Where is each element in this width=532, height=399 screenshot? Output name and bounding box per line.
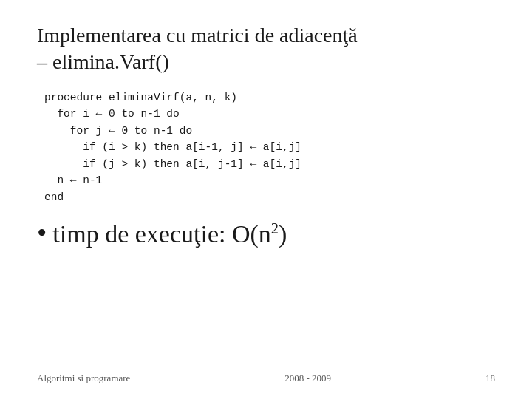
footer: Algoritmi si programare 2008 - 2009 18 bbox=[37, 366, 495, 384]
bullet-text: timp de execuţie: O(n2) bbox=[52, 220, 287, 248]
code-line-5: if (j > k) then a[i, j-1] ← a[i,j] bbox=[44, 156, 495, 172]
code-line-3: for j ← 0 to n-1 do bbox=[44, 123, 495, 139]
bullet-dot: • bbox=[37, 219, 47, 247]
footer-center: 2008 - 2009 bbox=[284, 372, 331, 384]
title-line2: – elimina.Varf() bbox=[37, 50, 169, 73]
slide-title: Implementarea cu matrici de adiacenţă – … bbox=[37, 22, 495, 76]
slide-container: Implementarea cu matrici de adiacenţă – … bbox=[0, 0, 532, 399]
code-line-7: end bbox=[44, 189, 495, 205]
code-line-4: if (i > k) then a[i-1, j] ← a[i,j] bbox=[44, 139, 495, 155]
title-section: Implementarea cu matrici de adiacenţă – … bbox=[37, 22, 495, 76]
footer-right: 18 bbox=[485, 372, 495, 384]
code-line-6: n ← n-1 bbox=[44, 172, 495, 188]
bullet-section: • timp de execuţie: O(n2) bbox=[37, 219, 495, 248]
code-line-1: procedure eliminaVirf(a, n, k) bbox=[44, 89, 495, 106]
footer-left: Algoritmi si programare bbox=[37, 372, 130, 384]
title-line1: Implementarea cu matrici de adiacenţă bbox=[37, 24, 358, 47]
code-block: procedure eliminaVirf(a, n, k) for i ← 0… bbox=[44, 89, 495, 205]
bullet-item: • timp de execuţie: O(n2) bbox=[37, 219, 495, 248]
code-line-2: for i ← 0 to n-1 do bbox=[44, 106, 495, 122]
